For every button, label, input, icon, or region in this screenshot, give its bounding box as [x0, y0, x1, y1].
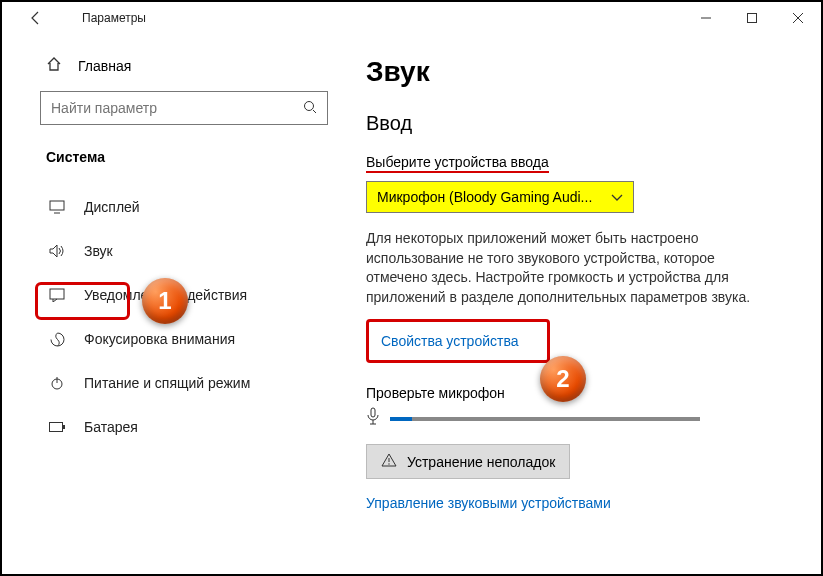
svg-rect-6 [50, 201, 64, 210]
notifications-icon [48, 288, 66, 302]
warning-icon [381, 453, 397, 470]
svg-rect-13 [371, 408, 375, 417]
home-icon [46, 56, 62, 75]
svg-point-15 [388, 464, 389, 465]
section-title: Ввод [366, 112, 801, 135]
device-properties-link[interactable]: Свойства устройства [381, 333, 519, 349]
sidebar-item-label: Фокусировка внимания [84, 331, 235, 347]
minimize-button[interactable] [683, 2, 729, 34]
svg-rect-1 [748, 14, 757, 23]
input-device-label: Выберите устройства ввода [366, 154, 549, 173]
battery-icon [48, 422, 66, 432]
svg-rect-11 [50, 423, 63, 432]
sidebar-item-battery[interactable]: Батарея [2, 405, 342, 449]
titlebar: Параметры [2, 2, 821, 34]
search-input[interactable] [40, 91, 328, 125]
input-device-dropdown[interactable]: Микрофон (Bloody Gaming Audi... [366, 181, 634, 213]
sound-icon [48, 244, 66, 258]
check-mic-label: Проверьте микрофон [366, 385, 801, 401]
troubleshoot-button[interactable]: Устранение неполадок [366, 444, 570, 479]
close-button[interactable] [775, 2, 821, 34]
sidebar-item-label: Питание и спящий режим [84, 375, 250, 391]
manage-devices-link[interactable]: Управление звуковыми устройствами [366, 495, 801, 511]
display-icon [48, 200, 66, 214]
sidebar-item-sound[interactable]: Звук [2, 229, 342, 273]
chevron-down-icon [611, 189, 623, 205]
microphone-icon [366, 407, 380, 430]
troubleshoot-label: Устранение неполадок [407, 454, 555, 470]
device-properties-highlight: Свойства устройства [366, 319, 550, 363]
sidebar-item-display[interactable]: Дисплей [2, 185, 342, 229]
input-description: Для некоторых приложений может быть наст… [366, 229, 766, 307]
svg-rect-12 [63, 425, 65, 429]
sidebar-item-label: Уведомления и действия [84, 287, 247, 303]
focus-icon [48, 332, 66, 347]
svg-line-5 [313, 110, 316, 113]
content: Звук Ввод Выберите устройства ввода Микр… [342, 34, 821, 574]
sidebar-item-focus[interactable]: Фокусировка внимания [2, 317, 342, 361]
svg-point-4 [305, 101, 314, 110]
page-title: Звук [366, 56, 801, 88]
sidebar-group-title: Система [2, 149, 342, 185]
power-icon [48, 376, 66, 390]
maximize-button[interactable] [729, 2, 775, 34]
search-field[interactable] [51, 100, 303, 116]
mic-level-bar [390, 417, 700, 421]
sidebar-item-label: Батарея [84, 419, 138, 435]
sidebar-item-notifications[interactable]: Уведомления и действия [2, 273, 342, 317]
dropdown-value: Микрофон (Bloody Gaming Audi... [377, 189, 592, 205]
sidebar-item-label: Звук [84, 243, 113, 259]
mic-test-row [366, 407, 801, 430]
back-button[interactable] [20, 2, 52, 34]
search-icon [303, 100, 317, 117]
mic-level-fill [390, 417, 412, 421]
sidebar-item-power[interactable]: Питание и спящий режим [2, 361, 342, 405]
svg-rect-8 [50, 289, 64, 299]
sidebar-home[interactable]: Главная [2, 56, 342, 91]
sidebar-item-label: Дисплей [84, 199, 140, 215]
window-title: Параметры [82, 11, 146, 25]
sidebar: Главная Система Дисплей Звук Уведомления… [2, 34, 342, 574]
sidebar-home-label: Главная [78, 58, 131, 74]
